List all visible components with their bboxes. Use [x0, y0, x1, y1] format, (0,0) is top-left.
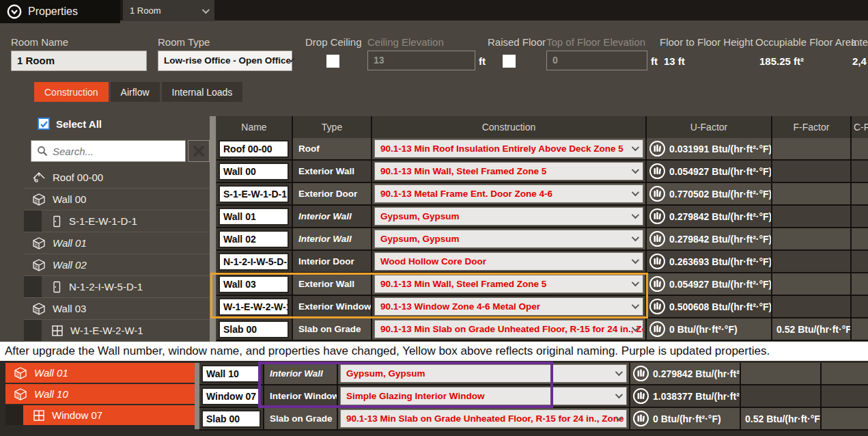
select-all-row: Select All — [38, 118, 102, 130]
construction-layers-icon[interactable] — [649, 253, 666, 270]
f-factor-value — [772, 251, 852, 272]
clear-search-button[interactable] — [188, 140, 210, 162]
tree-item-door[interactable]: S-1-E-W-1-D-1 — [24, 210, 210, 232]
surface-name-input[interactable]: Roof 00-00 — [219, 140, 289, 158]
construction-layers-icon[interactable] — [649, 185, 666, 202]
construction-dropdown[interactable]: 90.1-13 Window Zone 4-6 Metal Oper — [374, 297, 643, 316]
surface-name-input[interactable]: Window 07 — [201, 387, 261, 405]
f-factor-value — [772, 183, 852, 204]
construction-dropdown[interactable]: 90.1-13 Metal Frame Ent. Door Zone 4-6 — [374, 185, 643, 203]
search-box[interactable] — [31, 140, 186, 162]
construction-layers-icon[interactable] — [649, 230, 666, 247]
tree-item-wall[interactable]: Wall 03 — [24, 298, 210, 320]
f-factor-value — [772, 138, 852, 159]
construction-dropdown[interactable]: Gypsum, Gypsum — [374, 230, 643, 248]
bottom-tree-scrollbar[interactable] — [195, 363, 199, 429]
f-factor-value — [772, 228, 852, 249]
construction-dropdown[interactable]: Simple Glazing Interior Window — [340, 387, 627, 405]
chevron-down-icon — [632, 234, 639, 241]
construction-layers-icon[interactable] — [649, 298, 666, 315]
tree-item-wall[interactable]: Wall 02 — [24, 254, 210, 276]
construction-layers-icon[interactable] — [649, 163, 666, 180]
surface-name-input[interactable]: S-1-E-W-1-D-1 — [219, 185, 289, 203]
u-factor-value: 0.054927 Btu/(hr·ft²·°F) — [669, 279, 772, 290]
chevron-down-icon — [632, 211, 639, 219]
construction-dropdown[interactable]: 90.1-13 Min Slab on Grade Unheated Floor… — [340, 409, 627, 428]
tree-item-wall[interactable]: Wall 01 — [24, 232, 210, 254]
tab-construction[interactable]: Construction — [34, 82, 109, 102]
construction-dropdown[interactable]: Gypsum, Gypsum — [374, 207, 643, 226]
properties-header-tab[interactable]: Properties — [0, 0, 120, 23]
construction-dropdown[interactable]: 90.1-13 Min Wall, Steel Framed Zone 5 — [374, 275, 643, 293]
surface-name-input[interactable]: Wall 00 — [219, 163, 289, 180]
chevron-down-icon — [615, 368, 623, 376]
tab-internal-loads[interactable]: Internal Loads — [162, 82, 243, 102]
drop-ceiling-checkbox[interactable] — [326, 55, 339, 68]
surface-name-input[interactable]: Wall 03 — [219, 275, 289, 293]
construction-layers-icon[interactable] — [632, 387, 649, 405]
construction-layers-icon[interactable] — [632, 365, 649, 382]
raised-floor-checkbox[interactable] — [503, 55, 516, 68]
surface-name-input[interactable]: W-1-E-W-2-W-1 — [219, 298, 289, 316]
tree-item-wall[interactable]: Wall 00 — [24, 189, 210, 210]
ceiling-elevation-label: Ceiling Elevation — [367, 36, 444, 48]
search-bar — [31, 140, 210, 162]
c-factor-value — [852, 296, 868, 317]
construction-layers-icon[interactable] — [632, 410, 649, 427]
circle-chevron-icon — [7, 4, 22, 19]
properties-panel: Properties 1 Room Room Name 1 Room Room … — [0, 0, 868, 436]
surface-type: Slab on Grade — [264, 408, 338, 429]
surface-name-input[interactable]: Slab 00 — [219, 321, 289, 338]
wall-cube-icon — [32, 302, 46, 316]
floor-to-floor-height-value: 13 ft — [664, 55, 685, 67]
tree-item-window-selected[interactable]: Window 07 — [5, 405, 195, 426]
table-header-row: Name Type Construction U-Factor F-Factor… — [216, 116, 868, 138]
wall-cube-icon — [32, 193, 46, 206]
construction-layers-icon[interactable] — [649, 275, 666, 292]
tab-airflow[interactable]: Airflow — [111, 82, 160, 102]
top-bar: Properties 1 Room — [0, 0, 868, 21]
c-factor-value — [852, 228, 868, 249]
tree-item-window[interactable]: W-1-E-W-2-W-1 — [24, 320, 210, 342]
construction-dropdown[interactable]: 90.1-13 Min Slab on Grade Unheated Floor… — [374, 320, 643, 338]
construction-layers-icon[interactable] — [649, 321, 666, 338]
construction-dropdown[interactable]: Wood Hollow Core Door — [374, 252, 643, 271]
top-of-floor-elevation-input[interactable]: 0 — [546, 51, 647, 70]
construction-dropdown[interactable]: Gypsum, Gypsum — [340, 364, 627, 383]
table-row: Wall 00 Exterior Wall 90.1-13 Min Wall, … — [216, 161, 868, 183]
room-name-input[interactable]: 1 Room — [11, 51, 147, 71]
surface-type: Interior Wall — [293, 228, 372, 249]
surface-name-input[interactable]: Wall 02 — [219, 230, 289, 248]
surface-name-input[interactable]: Wall 01 — [219, 208, 289, 226]
u-factor-value: 0.279842 Btu/(hr·ft²·°F) — [669, 211, 772, 222]
c-factor-value — [822, 385, 868, 407]
construction-dropdown[interactable]: 90.1-13 Min Roof Insulation Entirely Abo… — [374, 139, 643, 158]
window-icon — [51, 325, 64, 337]
construction-dropdown[interactable]: 90.1-13 Min Wall, Steel Framed Zone 5 — [374, 162, 643, 180]
raised-floor-label: Raised Floor — [488, 36, 546, 48]
tree-scrollbar[interactable] — [210, 116, 216, 342]
tree-item-wall-selected[interactable]: Wall 01 — [5, 363, 195, 384]
surface-type: Exterior Door — [293, 183, 372, 204]
construction-layers-icon[interactable] — [649, 140, 666, 157]
select-all-checkbox[interactable] — [38, 118, 50, 130]
search-icon — [37, 146, 48, 156]
construction-layers-icon[interactable] — [649, 208, 666, 225]
surface-name-input[interactable]: Wall 10 — [201, 365, 261, 383]
table-row: W-1-E-W-2-W-1 Exterior Window 90.1-13 Wi… — [216, 296, 868, 318]
search-input[interactable] — [53, 146, 185, 157]
door-icon — [51, 215, 62, 228]
tree-item-roof[interactable]: Roof 00-00 — [24, 167, 210, 189]
room-type-dropdown[interactable]: Low-rise Office - Open Office — [158, 51, 292, 71]
surface-name-input[interactable]: Slab 00 — [201, 410, 261, 428]
tree-item-door[interactable]: N-1-2-I-W-5-D-1 — [24, 276, 210, 298]
room-selector-dropdown[interactable]: 1 Room — [123, 0, 214, 21]
surface-type: Slab on Grade — [293, 318, 372, 340]
chevron-down-icon — [632, 301, 639, 309]
surface-name-input[interactable]: N-1-2-I-W-5-D-1 — [219, 253, 289, 271]
tree-item-wall-selected[interactable]: Wall 10 — [5, 384, 195, 405]
wall-cube-icon — [32, 258, 46, 272]
ceiling-elevation-input[interactable]: 13 — [367, 51, 475, 70]
f-factor-value — [772, 206, 852, 227]
panel-title: Properties — [28, 5, 78, 18]
